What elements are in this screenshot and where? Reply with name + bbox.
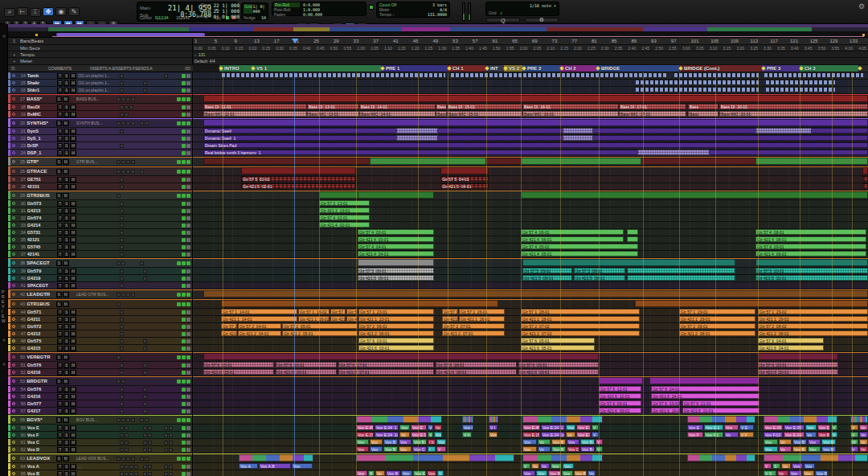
- grid-note-value[interactable]: 1/16 note ▾: [530, 3, 556, 18]
- io-indicator[interactable]: [186, 216, 190, 220]
- track-s-button[interactable]: S: [56, 292, 62, 298]
- clip-vox[interactable]: Vox: [808, 439, 821, 445]
- track-m-button[interactable]: M: [70, 387, 76, 392]
- record-enable-button[interactable]: [10, 363, 18, 367]
- track-name[interactable]: VERBGTR: [27, 355, 56, 359]
- track-t-button[interactable]: T: [57, 177, 63, 183]
- clip[interactable]: [203, 290, 868, 298]
- track-lane-36[interactable]: Gtr 57 4_04-01Gtr 57 4_05-01Gtr 57 4_09-…: [193, 244, 868, 251]
- clip-v[interactable]: V: [831, 425, 837, 430]
- clip-vox-b[interactable]: Vox B: [821, 446, 836, 452]
- send-slot[interactable]: [169, 465, 173, 469]
- record-enable-button[interactable]: [10, 409, 18, 412]
- clip-vox-e-45[interactable]: Vox E.45: [522, 425, 540, 430]
- io-indicator[interactable]: [182, 302, 186, 306]
- track-lane-34[interactable]: Gtr 57 4_03-01Gtr 57 4_06-01Gtr 57 4_08-…: [193, 229, 868, 236]
- clip-gtr-421-5-06-01[interactable]: Gtr 421 5_06-01: [358, 275, 434, 281]
- io-indicator[interactable]: [182, 402, 186, 406]
- io-indicator[interactable]: [186, 395, 190, 399]
- clip-vo[interactable]: Vo: [779, 439, 792, 445]
- insert-slot[interactable]: [117, 97, 121, 101]
- insert-slot-fj[interactable]: [143, 465, 147, 469]
- record-enable-button[interactable]: [10, 238, 18, 241]
- clip[interactable]: [489, 416, 498, 423]
- clip-vox-e-04-1r[interactable]: Vox E.04_1r: [375, 432, 399, 437]
- send-slot[interactable]: [169, 426, 173, 430]
- clip-vox-e-04[interactable]: Vox E.04: [576, 425, 591, 430]
- clip-gtr-421-2-05-01[interactable]: Gtr 421 2_05-01: [282, 330, 358, 336]
- track-row-23-DrSP[interactable]: 23DrSPTSM: [8, 142, 192, 150]
- clip-vox-a-[interactable]: Vox A.: [239, 463, 258, 469]
- universe-segment[interactable]: [547, 27, 643, 31]
- sel-end[interactable]: 22 1| 000: [213, 8, 240, 14]
- insert-slot[interactable]: [131, 293, 135, 297]
- track-comment[interactable]: BGV BUS...: [76, 417, 117, 422]
- track-row-48-Gtr575[interactable]: 48Gtr575TSM: [8, 338, 192, 345]
- track-lane-62[interactable]: VoxVoxVox BVoxVox C(VVoxVoVox BVox CVox …: [193, 446, 868, 453]
- clip-vox[interactable]: Vox: [489, 432, 497, 437]
- track-name[interactable]: GE751: [27, 177, 58, 182]
- clip-vox[interactable]: Vox: [399, 446, 411, 452]
- send-slot[interactable]: [169, 448, 173, 452]
- clip-gtr-57-1-14-01[interactable]: Gtr 57 1_14-01: [221, 309, 297, 314]
- tempo-flag[interactable]: ♩131: [194, 52, 205, 57]
- clip-vox-e-05[interactable]: Vox E.05: [764, 425, 783, 430]
- insert-slot[interactable]: [131, 160, 135, 164]
- track-lane-17[interactable]: [193, 94, 868, 104]
- clip-gtr-421-1-16-02[interactable]: Gtr 421 1_16-02: [298, 316, 330, 322]
- track-lane-56[interactable]: Gtr 57 6_09-01Gtr 57 6_19-01Gtr 57 6_21-…: [193, 400, 868, 408]
- insert-slot-fj[interactable]: [143, 426, 147, 430]
- record-enable-button[interactable]: [10, 347, 18, 350]
- track-m-button[interactable]: M: [70, 237, 76, 243]
- track-t-button[interactable]: T: [57, 112, 63, 117]
- io-indicator[interactable]: [177, 380, 181, 384]
- io-indicator[interactable]: [186, 293, 190, 297]
- track-row-37-42141[interactable]: 3742141TSM: [8, 251, 192, 258]
- record-enable-button[interactable]: [10, 245, 18, 248]
- track-name[interactable]: BASS*: [27, 96, 56, 101]
- track-t-button[interactable]: T: [57, 244, 63, 250]
- record-enable-button[interactable]: [10, 277, 18, 280]
- clip-vox-b[interactable]: Vox B: [383, 439, 398, 445]
- track-s-button[interactable]: S: [63, 324, 69, 330]
- track-t-button[interactable]: T: [57, 88, 63, 93]
- insert-slot[interactable]: [117, 160, 121, 164]
- track-t-button[interactable]: T: [57, 401, 63, 407]
- track-name[interactable]: Vox C: [27, 440, 58, 445]
- track-name[interactable]: Vox D: [27, 447, 58, 452]
- record-enable-button[interactable]: [10, 144, 18, 147]
- insert-slot[interactable]: [131, 97, 135, 101]
- track-m-button[interactable]: M: [70, 112, 76, 117]
- io-indicator[interactable]: [186, 318, 190, 322]
- track-name[interactable]: Shakr: [27, 80, 58, 85]
- clip-gtr-57-2-06-01[interactable]: Gtr 57 2_06-01: [358, 323, 434, 329]
- track-m-button[interactable]: M: [70, 394, 76, 400]
- insert-slot[interactable]: [129, 472, 133, 476]
- clip-vox[interactable]: Vox: [803, 470, 814, 476]
- insert-slot[interactable]: [120, 310, 124, 314]
- track-row-43-GTR1BUS[interactable]: 43GTR1BUSSM: [8, 299, 192, 309]
- insert-slot[interactable]: [120, 178, 124, 182]
- clip--b[interactable]: ( b: [428, 439, 436, 445]
- clip[interactable]: [356, 454, 514, 462]
- clip[interactable]: [635, 87, 760, 92]
- track-row-65-VoxB[interactable]: 65Vox BTSM: [8, 470, 192, 476]
- track-m-button[interactable]: M: [70, 425, 76, 431]
- clip-vox-e-15[interactable]: Vox E.15: [522, 432, 540, 437]
- clip-gtr-421-1[interactable]: Gtr 421 1: [330, 316, 346, 322]
- io-indicator[interactable]: [186, 325, 190, 329]
- clip-gtr-421-6-24-01[interactable]: Gtr 421 6_24-01: [651, 393, 760, 399]
- clip-v[interactable]: V: [831, 432, 837, 437]
- clip-vox-e-04-1r[interactable]: Vox E.04_1r: [541, 432, 565, 437]
- io-indicator[interactable]: [186, 409, 190, 413]
- clip[interactable]: [635, 300, 868, 307]
- track-lane-21[interactable]: Dynamic Swell: [193, 128, 868, 135]
- insert-slot[interactable]: [120, 318, 124, 322]
- track-m-button[interactable]: M: [63, 193, 69, 199]
- clip-dynamic-swell-1[interactable]: Dynamic Swell_1: [203, 135, 868, 141]
- track-lane-15[interactable]: [193, 80, 868, 87]
- clip[interactable]: [563, 128, 593, 133]
- clip-gtr-421-5-08-01[interactable]: Gtr 421 5_08-01: [574, 275, 625, 281]
- track-comment[interactable]: OG on playlist 1...: [78, 80, 120, 85]
- io-indicator[interactable]: [177, 293, 181, 297]
